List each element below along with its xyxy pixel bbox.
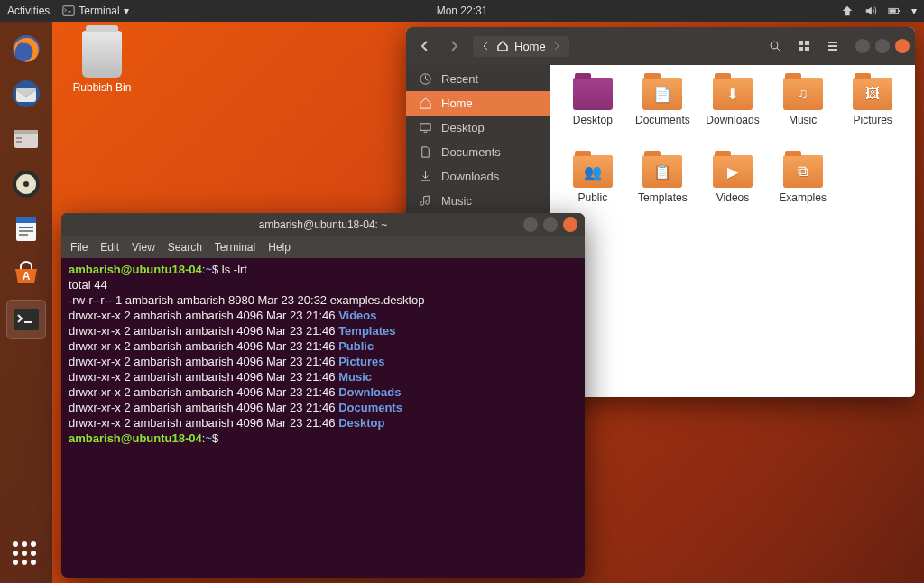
folder-pictures[interactable]: 🖼Pictures: [839, 78, 906, 152]
app-menu[interactable]: Terminal ▾: [62, 5, 128, 17]
svg-rect-15: [19, 227, 33, 228]
path-back-arrow-icon: [482, 42, 491, 51]
folder-downloads[interactable]: ⬇Downloads: [699, 78, 766, 152]
dock-files[interactable]: [6, 119, 46, 159]
download-icon: [419, 170, 432, 183]
svg-rect-21: [799, 41, 803, 45]
menu-view[interactable]: View: [132, 241, 155, 254]
sidebar-item-recent[interactable]: Recent: [406, 67, 550, 91]
menu-icon: [827, 40, 839, 52]
folder-icon: [573, 78, 613, 110]
svg-rect-23: [799, 47, 803, 51]
svg-rect-24: [805, 47, 809, 51]
desktop-icon: [419, 121, 432, 134]
window-close-button[interactable]: [895, 39, 910, 53]
search-button[interactable]: [762, 32, 789, 60]
system-menu-arrow[interactable]: ▾: [911, 5, 917, 17]
svg-point-12: [23, 181, 29, 187]
files-grid: Desktop📄Documents⬇Downloads♫Music🖼Pictur…: [550, 65, 915, 397]
dock-software[interactable]: A: [6, 254, 46, 294]
show-apps-button[interactable]: [13, 541, 40, 569]
window-minimize-button[interactable]: [523, 217, 538, 232]
folder-icon: 📋: [642, 155, 682, 188]
files-header: Home: [406, 27, 915, 65]
folder-music[interactable]: ♫Music: [770, 78, 836, 152]
sidebar-item-downloads[interactable]: Downloads: [406, 164, 550, 189]
menu-edit[interactable]: Edit: [100, 241, 119, 254]
clock[interactable]: Mon 22:31: [437, 5, 488, 17]
dock-libreoffice[interactable]: [6, 209, 46, 249]
path-label: Home: [514, 40, 546, 53]
terminal-titlebar[interactable]: ambarish@ubuntu18-04: ~: [61, 213, 585, 236]
terminal-window: ambarish@ubuntu18-04: ~ FileEditViewSear…: [61, 213, 585, 578]
folder-desktop[interactable]: Desktop: [559, 78, 626, 152]
home-icon: [496, 40, 509, 52]
dock-rhythmbox[interactable]: [6, 164, 46, 204]
activities-button[interactable]: Activities: [7, 5, 50, 17]
sidebar-item-home[interactable]: Home: [406, 91, 550, 116]
sidebar-item-documents[interactable]: Documents: [406, 140, 550, 164]
path-forward-arrow-icon: [551, 42, 560, 51]
svg-rect-17: [19, 234, 28, 236]
hamburger-button[interactable]: [819, 32, 846, 60]
clock-icon: [419, 72, 432, 86]
menu-search[interactable]: Search: [168, 241, 202, 254]
folder-documents[interactable]: 📄Documents: [630, 78, 697, 152]
music-icon: [419, 194, 432, 208]
sidebar-item-music[interactable]: Music: [406, 189, 550, 213]
folder-icon: ♫: [783, 78, 823, 110]
dock-thunderbird[interactable]: [6, 74, 46, 114]
view-grid-button[interactable]: [790, 32, 818, 60]
svg-point-20: [771, 42, 778, 49]
home-icon: [419, 97, 432, 110]
nav-forward-button[interactable]: [440, 32, 467, 60]
terminal-menubar: FileEditViewSearchTerminalHelp: [61, 236, 585, 258]
terminal-icon: [62, 5, 75, 17]
folder-examples[interactable]: ⧉Examples: [770, 155, 836, 229]
doc-icon: [419, 145, 432, 159]
grid-icon: [798, 40, 810, 52]
dock: A: [0, 22, 52, 583]
desktop-trash[interactable]: Rubbish Bin: [65, 31, 139, 94]
dock-firefox[interactable]: [6, 29, 46, 69]
top-bar: Activities Terminal ▾ Mon 22:31 ▾: [0, 0, 924, 22]
window-minimize-button[interactable]: [855, 39, 870, 53]
svg-rect-19: [14, 309, 39, 330]
svg-rect-0: [63, 6, 74, 16]
svg-rect-3: [890, 9, 896, 13]
path-bar[interactable]: Home: [473, 36, 569, 57]
svg-rect-26: [420, 124, 430, 131]
svg-rect-16: [19, 230, 33, 232]
folder-videos[interactable]: ▶Videos: [699, 155, 766, 229]
folder-icon: 🖼: [853, 78, 892, 110]
volume-icon[interactable]: [864, 5, 877, 17]
menu-terminal[interactable]: Terminal: [215, 241, 255, 254]
sidebar-item-desktop[interactable]: Desktop: [406, 116, 550, 140]
window-maximize-button[interactable]: [875, 39, 890, 53]
folder-icon: ▶: [713, 155, 753, 188]
search-icon: [769, 40, 781, 52]
folder-icon: ⧉: [783, 155, 823, 188]
network-icon[interactable]: [841, 5, 854, 17]
svg-rect-9: [16, 141, 22, 143]
trash-label: Rubbish Bin: [65, 81, 139, 94]
folder-templates[interactable]: 📋Templates: [630, 155, 697, 229]
svg-rect-7: [14, 130, 38, 134]
trash-icon: [82, 31, 122, 78]
svg-text:A: A: [23, 270, 31, 282]
folder-icon: 👥: [573, 155, 613, 188]
svg-rect-22: [805, 41, 809, 45]
svg-rect-8: [16, 137, 22, 139]
terminal-title: ambarish@ubuntu18-04: ~: [259, 218, 388, 231]
folder-icon: ⬇: [713, 78, 753, 110]
dock-terminal[interactable]: [6, 300, 46, 339]
nav-back-button[interactable]: [411, 32, 439, 60]
menu-file[interactable]: File: [70, 241, 88, 254]
terminal-body[interactable]: ambarish@ubuntu18-04:~$ ls -lrt total 44…: [61, 258, 585, 449]
window-maximize-button[interactable]: [543, 217, 558, 232]
window-close-button[interactable]: [563, 217, 578, 232]
menu-help[interactable]: Help: [268, 241, 291, 254]
battery-icon[interactable]: [888, 5, 901, 17]
svg-rect-14: [16, 217, 36, 223]
svg-rect-2: [898, 10, 900, 12]
